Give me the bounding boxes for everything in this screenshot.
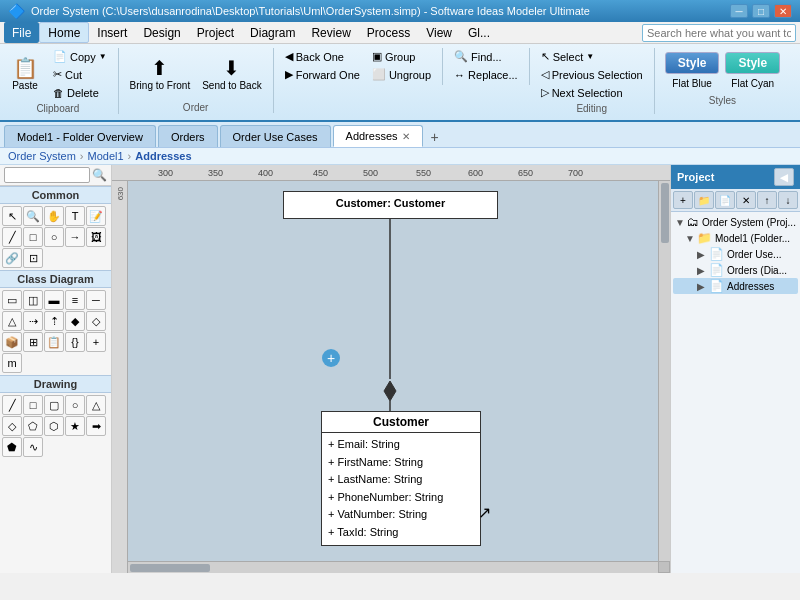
style-flat-blue-button[interactable]: Style	[665, 52, 720, 74]
tool-abstract[interactable]: ▬	[44, 290, 64, 310]
tool-link[interactable]: 🔗	[2, 248, 22, 268]
tool-constraint[interactable]: {}	[65, 332, 85, 352]
cut-button[interactable]: ✂ Cut	[48, 66, 112, 83]
close-button[interactable]: ✕	[774, 4, 792, 18]
send-to-back-button[interactable]: ⬇ Send to Back	[197, 48, 266, 100]
project-panel-arrow-btn[interactable]: ◀	[774, 168, 794, 186]
tree-order-system[interactable]: ▼ 🗂 Order System (Proj...	[673, 214, 798, 230]
expand-addresses[interactable]: ▶	[697, 281, 709, 292]
sidebar-search-input[interactable]	[4, 167, 90, 183]
panel-diagram-btn[interactable]: 📄	[715, 191, 735, 209]
scroll-horizontal[interactable]	[128, 561, 658, 573]
panel-down-btn[interactable]: ↓	[778, 191, 798, 209]
style-flat-cyan-button[interactable]: Style	[725, 52, 780, 74]
panel-up-btn[interactable]: ↑	[757, 191, 777, 209]
tool-attr[interactable]: +	[86, 332, 106, 352]
tool-arrow[interactable]: →	[65, 227, 85, 247]
tool-ellipse[interactable]: ○	[44, 227, 64, 247]
menu-file[interactable]: File	[4, 22, 39, 43]
breadcrumb-order-system[interactable]: Order System	[8, 150, 76, 162]
menu-design[interactable]: Design	[135, 22, 188, 43]
draw-rect[interactable]: □	[23, 395, 43, 415]
copy-button[interactable]: 📄 Copy ▼	[48, 48, 112, 65]
tool-note-class[interactable]: 📋	[44, 332, 64, 352]
expand-model1[interactable]: ▼	[685, 233, 697, 244]
find-button[interactable]: 🔍 Find...	[449, 48, 523, 65]
customer-top-box[interactable]: Customer: Customer	[283, 191, 498, 219]
replace-button[interactable]: ↔ Replace...	[449, 66, 523, 83]
draw-diamond[interactable]: ◇	[2, 416, 22, 436]
tool-zoom[interactable]: 🔍	[23, 206, 43, 226]
tool-interface[interactable]: ◫	[23, 290, 43, 310]
delete-button[interactable]: 🗑 Delete	[48, 84, 112, 101]
tool-compose[interactable]: ◆	[65, 311, 85, 331]
next-selection-button[interactable]: ▷ Next Selection	[536, 84, 648, 101]
expand-orders[interactable]: ▶	[697, 265, 709, 276]
menu-insert[interactable]: Insert	[89, 22, 135, 43]
tool-frame[interactable]: ⊡	[23, 248, 43, 268]
tree-orders[interactable]: ▶ 📄 Orders (Dia...	[673, 262, 798, 278]
panel-delete-btn[interactable]: ✕	[736, 191, 756, 209]
forward-one-button[interactable]: ▶ Forward One	[280, 66, 365, 83]
tab-order-use-cases[interactable]: Order Use Cases	[220, 125, 331, 147]
draw-pentagon[interactable]: ⬠	[23, 416, 43, 436]
tool-depend[interactable]: ⇢	[23, 311, 43, 331]
paste-button[interactable]: 📋 Paste	[4, 48, 46, 100]
customer-class-box[interactable]: Customer + Email: String + FirstName: St…	[321, 411, 481, 546]
add-element-button[interactable]: +	[322, 349, 340, 367]
tool-aggregate[interactable]: ◇	[86, 311, 106, 331]
expand-order-use-cases[interactable]: ▶	[697, 249, 709, 260]
tab-model1-folder[interactable]: Model1 - Folder Overview	[4, 125, 156, 147]
tool-realize[interactable]: ⇡	[44, 311, 64, 331]
tree-addresses[interactable]: ▶ 📄 Addresses	[673, 278, 798, 294]
tool-text[interactable]: T	[65, 206, 85, 226]
menu-diagram[interactable]: Diagram	[242, 22, 303, 43]
tab-orders[interactable]: Orders	[158, 125, 218, 147]
panel-folder-btn[interactable]: 📁	[694, 191, 714, 209]
tool-line[interactable]: ╱	[2, 227, 22, 247]
draw-hexagon[interactable]: ⬡	[44, 416, 64, 436]
breadcrumb-model1[interactable]: Model1	[88, 150, 124, 162]
draw-rounded-rect[interactable]: ▢	[44, 395, 64, 415]
draw-bezier[interactable]: ∿	[23, 437, 43, 457]
search-input[interactable]	[642, 24, 796, 42]
draw-star[interactable]: ★	[65, 416, 85, 436]
scroll-vertical[interactable]	[658, 181, 670, 561]
scroll-thumb-h[interactable]	[130, 564, 210, 572]
minimize-button[interactable]: ─	[730, 4, 748, 18]
back-one-button[interactable]: ◀ Back One	[280, 48, 365, 65]
tab-add-button[interactable]: +	[425, 127, 445, 147]
bring-to-front-button[interactable]: ⬆ Bring to Front	[125, 48, 196, 100]
expand-order-system[interactable]: ▼	[675, 217, 687, 228]
ungroup-button[interactable]: ⬜ Ungroup	[367, 66, 436, 83]
tool-inherit[interactable]: △	[2, 311, 22, 331]
tool-select[interactable]: ↖	[2, 206, 22, 226]
tab-close-addresses[interactable]: ✕	[402, 131, 410, 142]
tool-image[interactable]: 🖼	[86, 227, 106, 247]
scroll-thumb-v[interactable]	[661, 183, 669, 243]
menu-process[interactable]: Process	[359, 22, 418, 43]
draw-line[interactable]: ╱	[2, 395, 22, 415]
draw-triangle[interactable]: △	[86, 395, 106, 415]
tool-enum[interactable]: ≡	[65, 290, 85, 310]
menu-review[interactable]: Review	[303, 22, 358, 43]
tree-model1[interactable]: ▼ 📁 Model1 (Folder...	[673, 230, 798, 246]
tool-package[interactable]: 📦	[2, 332, 22, 352]
breadcrumb-addresses[interactable]: Addresses	[135, 150, 191, 162]
draw-poly[interactable]: ⬟	[2, 437, 22, 457]
canvas-content[interactable]: Customer: Customer + Customer	[128, 181, 670, 573]
tool-method[interactable]: m	[2, 353, 22, 373]
panel-add-btn[interactable]: +	[673, 191, 693, 209]
draw-ellipse[interactable]: ○	[65, 395, 85, 415]
tool-pan[interactable]: ✋	[44, 206, 64, 226]
tool-assoc[interactable]: ─	[86, 290, 106, 310]
prev-selection-button[interactable]: ◁ Previous Selection	[536, 66, 648, 83]
menu-project[interactable]: Project	[189, 22, 242, 43]
tool-note[interactable]: 📝	[86, 206, 106, 226]
tab-addresses[interactable]: Addresses ✕	[333, 125, 423, 147]
maximize-button[interactable]: □	[752, 4, 770, 18]
menu-view[interactable]: View	[418, 22, 460, 43]
select-button[interactable]: ↖ Select ▼	[536, 48, 648, 65]
menu-home[interactable]: Home	[39, 22, 89, 43]
tool-rect[interactable]: □	[23, 227, 43, 247]
